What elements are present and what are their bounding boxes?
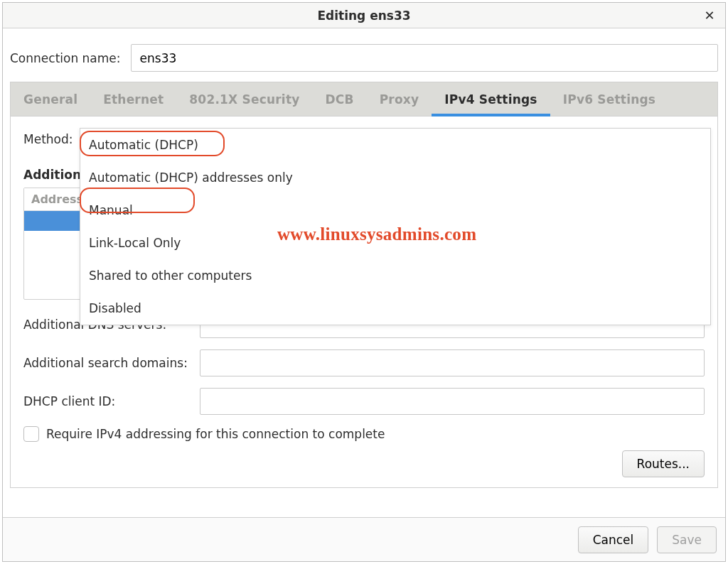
require-ipv4-row: Require IPv4 addressing for this connect… <box>23 426 705 442</box>
require-ipv4-label: Require IPv4 addressing for this connect… <box>46 427 385 441</box>
search-domains-input[interactable] <box>200 349 705 376</box>
method-option-link-local-only[interactable]: Link-Local Only <box>80 227 710 259</box>
require-ipv4-checkbox[interactable] <box>23 426 39 442</box>
tab-8021x-security[interactable]: 802.1X Security <box>176 82 312 116</box>
tabs: General Ethernet 802.1X Security DCB Pro… <box>10 82 718 116</box>
cancel-button[interactable]: Cancel <box>578 526 649 553</box>
footer: Cancel Save <box>3 517 725 561</box>
method-option-automatic-dhcp-addresses-only[interactable]: Automatic (DHCP) addresses only <box>80 161 710 194</box>
dhcp-client-id-row: DHCP client ID: <box>23 388 705 415</box>
tab-general[interactable]: General <box>11 82 90 116</box>
tab-ethernet[interactable]: Ethernet <box>90 82 176 116</box>
connection-name-row: Connection name: <box>10 41 718 82</box>
method-option-shared[interactable]: Shared to other computers <box>80 259 710 292</box>
method-dropdown[interactable]: Automatic (DHCP) Automatic (DHCP) addres… <box>80 128 711 325</box>
search-domains-row: Additional search domains: <box>23 349 705 376</box>
search-domains-label: Additional search domains: <box>23 356 193 370</box>
tab-proxy[interactable]: Proxy <box>367 82 432 116</box>
dhcp-client-id-label: DHCP client ID: <box>23 394 193 408</box>
method-option-disabled[interactable]: Disabled <box>80 292 710 325</box>
method-option-automatic-dhcp[interactable]: Automatic (DHCP) <box>80 129 710 161</box>
close-icon[interactable]: ✕ <box>700 3 719 28</box>
titlebar: Editing ens33 ✕ <box>3 3 725 28</box>
routes-button[interactable]: Routes... <box>622 450 705 477</box>
connection-name-input[interactable] <box>131 44 718 72</box>
tab-ipv4-settings[interactable]: IPv4 Settings <box>432 82 550 116</box>
method-option-manual[interactable]: Manual <box>80 194 710 227</box>
method-label: Method: <box>23 132 73 146</box>
dhcp-client-id-input[interactable] <box>200 388 705 415</box>
tab-ipv6-settings[interactable]: IPv6 Settings <box>550 82 668 116</box>
window-title: Editing ens33 <box>317 9 410 23</box>
tab-dcb[interactable]: DCB <box>313 82 367 116</box>
connection-name-label: Connection name: <box>10 51 121 65</box>
routes-row: Routes... <box>23 450 705 477</box>
save-button: Save <box>657 526 717 553</box>
